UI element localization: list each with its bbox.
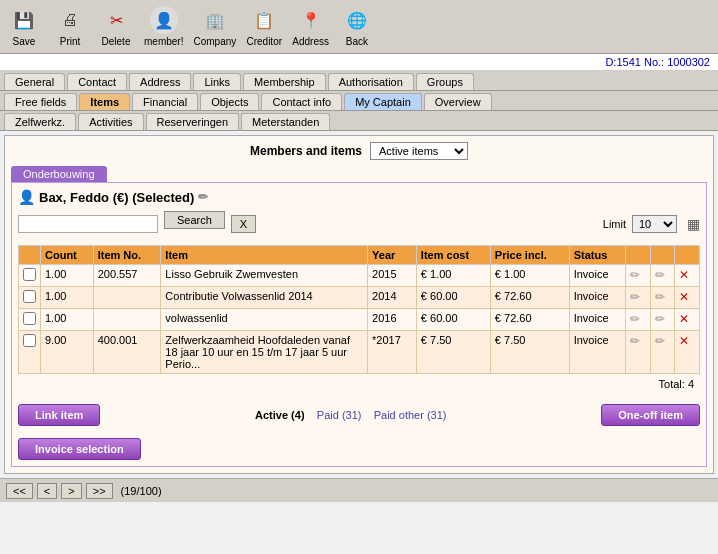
- save-button[interactable]: 💾 Save: [6, 6, 42, 47]
- limit-select[interactable]: 10 25 50 100: [632, 215, 677, 233]
- member-label: member!: [144, 36, 183, 47]
- nav-first-button[interactable]: <<: [6, 483, 33, 499]
- row-edit1-icon-0[interactable]: ✏: [630, 268, 640, 282]
- row-delete-icon-0[interactable]: ✕: [679, 268, 689, 282]
- tab-meterstanden[interactable]: Meterstanden: [241, 113, 330, 130]
- delete-label: Delete: [102, 36, 131, 47]
- search-button[interactable]: Search: [164, 211, 225, 229]
- invoice-selection-row: Invoice selection: [18, 438, 700, 460]
- row-delete-icon-2[interactable]: ✕: [679, 312, 689, 326]
- row-edit2-icon-3[interactable]: ✏: [655, 334, 665, 348]
- row-checkbox-0[interactable]: [23, 268, 36, 281]
- row-item-no-3: 400.001: [93, 331, 161, 374]
- nav-last-button[interactable]: >>: [86, 483, 113, 499]
- table-row: 1.00 volwassenlid 2016 € 60.00 € 72.60 I…: [19, 309, 700, 331]
- invoice-selection-button[interactable]: Invoice selection: [18, 438, 141, 460]
- row-status-1: Invoice: [569, 287, 626, 309]
- row-price-incl-3: € 7.50: [490, 331, 569, 374]
- back-button[interactable]: 🌐 Back: [339, 6, 375, 47]
- col-year: Year: [368, 246, 417, 265]
- tab-groups[interactable]: Groups: [416, 73, 474, 90]
- back-icon: 🌐: [343, 6, 371, 34]
- address-button[interactable]: 📍 Address: [292, 6, 329, 47]
- company-label: Company: [193, 36, 236, 47]
- col-item-no: Item No.: [93, 246, 161, 265]
- delete-button[interactable]: ✂ Delete: [98, 6, 134, 47]
- table-row: 9.00 400.001 Zelfwerkzaamheid Hoofdalede…: [19, 331, 700, 374]
- row-edit2-icon-1[interactable]: ✏: [655, 290, 665, 304]
- company-button[interactable]: 🏢 Company: [193, 6, 236, 47]
- nav-next-button[interactable]: >: [61, 483, 81, 499]
- row-item-cost-2: € 60.00: [416, 309, 490, 331]
- tab-zelfwerkz[interactable]: Zelfwerkz.: [4, 113, 76, 130]
- tab-reserveringen[interactable]: Reserveringen: [146, 113, 240, 130]
- tab-objects[interactable]: Objects: [200, 93, 259, 110]
- tab-items[interactable]: Items: [79, 93, 130, 110]
- paid-count[interactable]: Paid (31): [317, 409, 362, 421]
- tab-authorisation[interactable]: Authorisation: [328, 73, 414, 90]
- col-action3: [675, 246, 700, 265]
- row-delete-icon-1[interactable]: ✕: [679, 290, 689, 304]
- creditor-icon: 📋: [250, 6, 278, 34]
- row-count-1: 1.00: [41, 287, 94, 309]
- col-price-incl: Price incl.: [490, 246, 569, 265]
- tab-address[interactable]: Address: [129, 73, 191, 90]
- nav-prev-button[interactable]: <: [37, 483, 57, 499]
- search-bar: Search X Limit 10 25 50 100 ▦: [18, 211, 700, 237]
- col-count: Count: [41, 246, 94, 265]
- row-edit2-icon-0[interactable]: ✏: [655, 268, 665, 282]
- members-bar-dropdown[interactable]: Active items All items Inactive items: [370, 142, 468, 160]
- row-edit1-icon-2[interactable]: ✏: [630, 312, 640, 326]
- member-button[interactable]: 👤 member!: [144, 6, 183, 47]
- paid-other-count[interactable]: Paid other (31): [374, 409, 447, 421]
- col-action2: [650, 246, 675, 265]
- tab-my-captain[interactable]: My Captain: [344, 93, 422, 110]
- row-item-cost-0: € 1.00: [416, 265, 490, 287]
- row-edit2-icon-2[interactable]: ✏: [655, 312, 665, 326]
- creditor-button[interactable]: 📋 Creditor: [246, 6, 282, 47]
- active-count: Active (4): [255, 409, 305, 421]
- col-status: Status: [569, 246, 626, 265]
- tab-activities[interactable]: Activities: [78, 113, 143, 130]
- items-table: Count Item No. Item Year Item cost Price…: [18, 245, 700, 374]
- edit-person-icon[interactable]: ✏: [198, 190, 208, 204]
- one-off-item-button[interactable]: One-off item: [601, 404, 700, 426]
- row-checkbox-1[interactable]: [23, 290, 36, 303]
- search-input[interactable]: [18, 215, 158, 233]
- tab-free-fields[interactable]: Free fields: [4, 93, 77, 110]
- tab-financial[interactable]: Financial: [132, 93, 198, 110]
- link-item-button[interactable]: Link item: [18, 404, 100, 426]
- address-label: Address: [292, 36, 329, 47]
- row-count-3: 9.00: [41, 331, 94, 374]
- row-price-incl-2: € 72.60: [490, 309, 569, 331]
- row-item-2: volwassenlid: [161, 309, 368, 331]
- tab-membership[interactable]: Membership: [243, 73, 326, 90]
- col-item-cost: Item cost: [416, 246, 490, 265]
- print-button[interactable]: 🖨 Print: [52, 6, 88, 47]
- tab-general[interactable]: General: [4, 73, 65, 90]
- row-item-cost-1: € 60.00: [416, 287, 490, 309]
- row-delete-icon-3[interactable]: ✕: [679, 334, 689, 348]
- row-year-3: *2017: [368, 331, 417, 374]
- tab-overview[interactable]: Overview: [424, 93, 492, 110]
- grid-icon[interactable]: ▦: [687, 216, 700, 232]
- main-content: Members and items Active items All items…: [4, 135, 714, 474]
- row-item-0: Lisso Gebruik Zwemvesten: [161, 265, 368, 287]
- row-edit1-icon-3[interactable]: ✏: [630, 334, 640, 348]
- tab-links[interactable]: Links: [193, 73, 241, 90]
- row-status-2: Invoice: [569, 309, 626, 331]
- row-checkbox-2[interactable]: [23, 312, 36, 325]
- address-icon: 📍: [297, 6, 325, 34]
- tab-row-1: General Contact Address Links Membership…: [0, 71, 718, 91]
- section-tab-onderbouwing[interactable]: Onderbouwing: [11, 166, 107, 182]
- row-item-no-0: 200.557: [93, 265, 161, 287]
- row-status-3: Invoice: [569, 331, 626, 374]
- row-checkbox-3[interactable]: [23, 334, 36, 347]
- clear-search-button[interactable]: X: [231, 215, 256, 233]
- members-bar-label: Members and items: [250, 144, 362, 158]
- tab-contact[interactable]: Contact: [67, 73, 127, 90]
- tab-contact-info[interactable]: Contact info: [261, 93, 342, 110]
- row-edit1-icon-1[interactable]: ✏: [630, 290, 640, 304]
- print-label: Print: [60, 36, 81, 47]
- row-item-1: Contributie Volwassenlid 2014: [161, 287, 368, 309]
